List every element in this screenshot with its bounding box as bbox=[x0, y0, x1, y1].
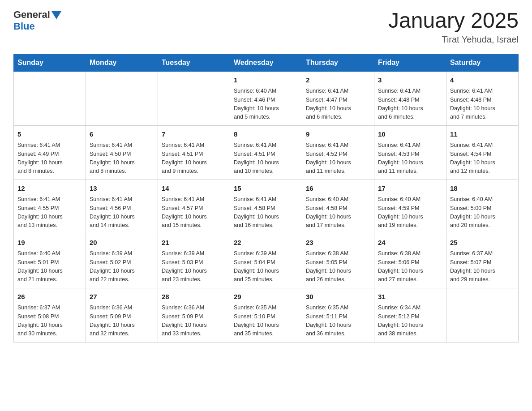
day-number: 25 bbox=[450, 238, 515, 248]
day-info: Sunrise: 6:41 AM Sunset: 4:58 PM Dayligh… bbox=[234, 195, 298, 230]
weekday-header-wednesday: Wednesday bbox=[230, 54, 302, 71]
day-info: Sunrise: 6:41 AM Sunset: 4:51 PM Dayligh… bbox=[234, 141, 298, 176]
day-number: 19 bbox=[17, 238, 82, 248]
calendar-cell: 14Sunrise: 6:41 AM Sunset: 4:57 PM Dayli… bbox=[158, 180, 230, 234]
calendar-cell: 26Sunrise: 6:37 AM Sunset: 5:08 PM Dayli… bbox=[14, 288, 86, 342]
day-number: 5 bbox=[17, 129, 82, 140]
day-number: 10 bbox=[378, 129, 442, 140]
logo-triangle-icon bbox=[51, 11, 61, 19]
day-info: Sunrise: 6:35 AM Sunset: 5:11 PM Dayligh… bbox=[306, 304, 370, 338]
day-info: Sunrise: 6:41 AM Sunset: 4:55 PM Dayligh… bbox=[17, 195, 82, 230]
title-block: January 2025 Tirat Yehuda, Israel bbox=[388, 9, 519, 45]
day-number: 4 bbox=[450, 75, 515, 86]
day-number: 1 bbox=[234, 75, 298, 86]
weekday-header-friday: Friday bbox=[374, 54, 446, 71]
calendar-week-row: 19Sunrise: 6:40 AM Sunset: 5:01 PM Dayli… bbox=[14, 234, 519, 288]
logo-blue: Blue bbox=[13, 21, 35, 32]
logo: General Blue bbox=[13, 9, 61, 32]
calendar-week-row: 26Sunrise: 6:37 AM Sunset: 5:08 PM Dayli… bbox=[14, 288, 519, 342]
day-info: Sunrise: 6:38 AM Sunset: 5:05 PM Dayligh… bbox=[306, 249, 370, 284]
weekday-header-tuesday: Tuesday bbox=[158, 54, 230, 71]
calendar-cell: 27Sunrise: 6:36 AM Sunset: 5:09 PM Dayli… bbox=[86, 288, 158, 342]
day-info: Sunrise: 6:41 AM Sunset: 4:47 PM Dayligh… bbox=[306, 87, 370, 122]
calendar-cell: 25Sunrise: 6:37 AM Sunset: 5:07 PM Dayli… bbox=[446, 234, 519, 288]
day-info: Sunrise: 6:41 AM Sunset: 4:50 PM Dayligh… bbox=[90, 141, 154, 176]
day-info: Sunrise: 6:39 AM Sunset: 5:02 PM Dayligh… bbox=[90, 249, 154, 284]
day-info: Sunrise: 6:41 AM Sunset: 4:54 PM Dayligh… bbox=[450, 141, 515, 176]
day-number: 20 bbox=[90, 238, 154, 248]
day-number: 14 bbox=[162, 184, 226, 194]
day-number: 29 bbox=[234, 292, 298, 302]
calendar-cell: 7Sunrise: 6:41 AM Sunset: 4:51 PM Daylig… bbox=[158, 125, 230, 180]
calendar-header: SundayMondayTuesdayWednesdayThursdayFrid… bbox=[14, 54, 519, 71]
day-number: 3 bbox=[378, 75, 442, 86]
calendar-cell: 2Sunrise: 6:41 AM Sunset: 4:47 PM Daylig… bbox=[302, 71, 374, 125]
day-number: 23 bbox=[306, 238, 370, 248]
day-number: 27 bbox=[90, 292, 154, 302]
calendar-cell: 28Sunrise: 6:36 AM Sunset: 5:09 PM Dayli… bbox=[158, 288, 230, 342]
calendar-cell: 9Sunrise: 6:41 AM Sunset: 4:52 PM Daylig… bbox=[302, 125, 374, 180]
calendar-cell: 18Sunrise: 6:40 AM Sunset: 5:00 PM Dayli… bbox=[446, 180, 519, 234]
day-number: 13 bbox=[90, 184, 154, 194]
weekday-header-row: SundayMondayTuesdayWednesdayThursdayFrid… bbox=[14, 54, 519, 71]
weekday-header-sunday: Sunday bbox=[14, 54, 86, 71]
calendar-cell: 12Sunrise: 6:41 AM Sunset: 4:55 PM Dayli… bbox=[14, 180, 86, 234]
day-number: 12 bbox=[17, 184, 82, 194]
calendar-week-row: 5Sunrise: 6:41 AM Sunset: 4:49 PM Daylig… bbox=[14, 125, 519, 180]
day-number: 18 bbox=[450, 184, 515, 194]
calendar-week-row: 1Sunrise: 6:40 AM Sunset: 4:46 PM Daylig… bbox=[14, 71, 519, 125]
day-number: 17 bbox=[378, 184, 442, 194]
day-info: Sunrise: 6:40 AM Sunset: 4:59 PM Dayligh… bbox=[378, 195, 442, 230]
calendar-cell: 11Sunrise: 6:41 AM Sunset: 4:54 PM Dayli… bbox=[446, 125, 519, 180]
calendar-cell: 20Sunrise: 6:39 AM Sunset: 5:02 PM Dayli… bbox=[86, 234, 158, 288]
calendar-cell: 17Sunrise: 6:40 AM Sunset: 4:59 PM Dayli… bbox=[374, 180, 446, 234]
weekday-header-monday: Monday bbox=[86, 54, 158, 71]
day-info: Sunrise: 6:38 AM Sunset: 5:06 PM Dayligh… bbox=[378, 249, 442, 284]
day-info: Sunrise: 6:40 AM Sunset: 4:46 PM Dayligh… bbox=[234, 87, 298, 122]
day-number: 26 bbox=[17, 292, 82, 302]
page-header: General Blue January 2025 Tirat Yehuda, … bbox=[13, 9, 519, 45]
calendar-cell: 24Sunrise: 6:38 AM Sunset: 5:06 PM Dayli… bbox=[374, 234, 446, 288]
day-number: 16 bbox=[306, 184, 370, 194]
day-number: 9 bbox=[306, 129, 370, 140]
day-info: Sunrise: 6:41 AM Sunset: 4:51 PM Dayligh… bbox=[162, 141, 226, 176]
day-info: Sunrise: 6:40 AM Sunset: 5:00 PM Dayligh… bbox=[450, 195, 515, 230]
calendar-week-row: 12Sunrise: 6:41 AM Sunset: 4:55 PM Dayli… bbox=[14, 180, 519, 234]
calendar-cell: 4Sunrise: 6:41 AM Sunset: 4:48 PM Daylig… bbox=[446, 71, 519, 125]
calendar-cell: 8Sunrise: 6:41 AM Sunset: 4:51 PM Daylig… bbox=[230, 125, 302, 180]
calendar-cell: 13Sunrise: 6:41 AM Sunset: 4:56 PM Dayli… bbox=[86, 180, 158, 234]
weekday-header-thursday: Thursday bbox=[302, 54, 374, 71]
day-info: Sunrise: 6:40 AM Sunset: 5:01 PM Dayligh… bbox=[17, 249, 82, 284]
calendar-cell bbox=[158, 71, 230, 125]
calendar-cell: 23Sunrise: 6:38 AM Sunset: 5:05 PM Dayli… bbox=[302, 234, 374, 288]
day-number: 6 bbox=[90, 129, 154, 140]
day-info: Sunrise: 6:41 AM Sunset: 4:53 PM Dayligh… bbox=[378, 141, 442, 176]
calendar-cell: 15Sunrise: 6:41 AM Sunset: 4:58 PM Dayli… bbox=[230, 180, 302, 234]
day-number: 24 bbox=[378, 238, 442, 248]
day-number: 31 bbox=[378, 292, 442, 302]
calendar-cell bbox=[86, 71, 158, 125]
logo-general: General bbox=[13, 9, 50, 21]
day-info: Sunrise: 6:41 AM Sunset: 4:52 PM Dayligh… bbox=[306, 141, 370, 176]
day-info: Sunrise: 6:39 AM Sunset: 5:04 PM Dayligh… bbox=[234, 249, 298, 284]
calendar-cell: 21Sunrise: 6:39 AM Sunset: 5:03 PM Dayli… bbox=[158, 234, 230, 288]
day-info: Sunrise: 6:40 AM Sunset: 4:58 PM Dayligh… bbox=[306, 195, 370, 230]
location: Tirat Yehuda, Israel bbox=[388, 34, 519, 45]
calendar-cell: 29Sunrise: 6:35 AM Sunset: 5:10 PM Dayli… bbox=[230, 288, 302, 342]
calendar-cell: 10Sunrise: 6:41 AM Sunset: 4:53 PM Dayli… bbox=[374, 125, 446, 180]
calendar-cell: 1Sunrise: 6:40 AM Sunset: 4:46 PM Daylig… bbox=[230, 71, 302, 125]
day-info: Sunrise: 6:34 AM Sunset: 5:12 PM Dayligh… bbox=[378, 304, 442, 338]
day-info: Sunrise: 6:37 AM Sunset: 5:07 PM Dayligh… bbox=[450, 249, 515, 284]
day-number: 8 bbox=[234, 129, 298, 140]
calendar-cell: 3Sunrise: 6:41 AM Sunset: 4:48 PM Daylig… bbox=[374, 71, 446, 125]
day-info: Sunrise: 6:36 AM Sunset: 5:09 PM Dayligh… bbox=[162, 304, 226, 338]
day-number: 15 bbox=[234, 184, 298, 194]
month-title: January 2025 bbox=[388, 9, 519, 33]
calendar-cell: 31Sunrise: 6:34 AM Sunset: 5:12 PM Dayli… bbox=[374, 288, 446, 342]
calendar-cell: 30Sunrise: 6:35 AM Sunset: 5:11 PM Dayli… bbox=[302, 288, 374, 342]
calendar-cell: 5Sunrise: 6:41 AM Sunset: 4:49 PM Daylig… bbox=[14, 125, 86, 180]
day-number: 28 bbox=[162, 292, 226, 302]
day-info: Sunrise: 6:41 AM Sunset: 4:48 PM Dayligh… bbox=[378, 87, 442, 122]
calendar-cell bbox=[446, 288, 519, 342]
day-info: Sunrise: 6:41 AM Sunset: 4:57 PM Dayligh… bbox=[162, 195, 226, 230]
